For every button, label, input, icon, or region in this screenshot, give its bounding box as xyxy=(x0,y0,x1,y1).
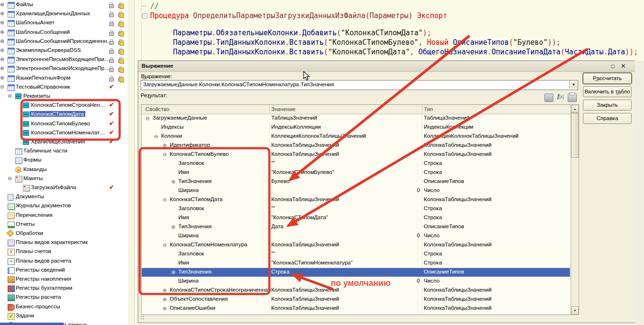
code-line[interactable]: // xyxy=(128,1,644,11)
expand-icon[interactable]: ⊕ xyxy=(0,39,5,44)
tree-item[interactable]: Регистры бухгалтерии xyxy=(0,284,128,293)
result-table-row[interactable]: ИндексыИндексыКоллекцииИндексыКоллекции xyxy=(142,123,570,132)
expand-icon[interactable]: ⊕ xyxy=(0,66,5,71)
tree-item[interactable]: Регистры расчета xyxy=(0,293,128,302)
calculate-button[interactable]: Р̲ассчитать xyxy=(583,73,632,84)
resize-grip[interactable] xyxy=(140,315,145,320)
tree-item[interactable]: ⊕ШаблоныСообщений xyxy=(0,28,128,37)
tree-item[interactable]: ✓Задачи xyxy=(0,312,128,321)
tree-item[interactable]: Документы xyxy=(0,193,128,202)
function-fx-icon[interactable]: f[x] xyxy=(557,92,565,100)
result-table[interactable]: СвойствоЗначениеТип ⊖ЗагружаемыеДанныеТа… xyxy=(141,104,572,315)
help-button[interactable]: Справка xyxy=(583,113,632,124)
result-table-row[interactable]: ⊖КолонкаСТипомДатаКолонкаТаблицыЗначений… xyxy=(142,195,570,204)
close-icon[interactable]: ✕ xyxy=(619,62,627,70)
collapse-icon[interactable]: ⊖ xyxy=(163,242,167,248)
tree-item[interactable]: Регистры накопления xyxy=(0,275,128,284)
tree-item[interactable]: ⊕Файлы xyxy=(0,0,128,10)
expression-combobox[interactable]: ЗагружаемыеДанные.Колонки.КолонкаСТипомН… xyxy=(141,80,578,90)
expand-icon[interactable]: ⊕ xyxy=(0,75,5,81)
collapse-icon[interactable]: ⊖ xyxy=(8,93,13,99)
tree-item[interactable]: Табличные части xyxy=(0,147,128,156)
result-table-row[interactable]: ⊖ЗагружаемыеДанныеТаблицаЗначенийТаблица… xyxy=(142,114,570,123)
expand-icon[interactable]: ⊕ xyxy=(163,142,167,149)
tree-item[interactable]: Регистры сведений xyxy=(0,266,128,275)
tree-item[interactable]: ⊕ШаблоныСообщенийПрисоединенн… xyxy=(0,37,128,46)
expand-icon[interactable]: ⊕ xyxy=(0,57,5,62)
tree-item[interactable]: Планы видов характеристик xyxy=(0,238,128,247)
vertical-scrollbar[interactable]: ▲ ▼ xyxy=(571,104,579,315)
tree-item[interactable]: ⊕ЭкземплярыСервераDSS xyxy=(0,46,128,55)
result-table-row[interactable]: ⊕ТипЗначенияБулевоОписаниеТипов xyxy=(142,177,570,186)
tree-item[interactable]: КолонкаСТипомНоменклат…✔ xyxy=(0,129,128,138)
result-table-row[interactable]: Ширина0Число xyxy=(142,186,570,195)
result-table-row[interactable]: ⊕ОписаниеОшибкиКолонкаТаблицыЗначенийКол… xyxy=(142,304,570,313)
expand-icon[interactable]: ⊕ xyxy=(171,224,175,230)
tree-item[interactable]: Обработки xyxy=(0,229,128,238)
column-header-value[interactable]: Значение xyxy=(271,106,296,112)
result-table-row[interactable]: ⊖КолонкаСТипомБулевоКолонкаТаблицыЗначен… xyxy=(142,150,570,159)
chevron-down-icon[interactable]: ▼ xyxy=(569,81,578,89)
expand-icon[interactable]: ⊕ xyxy=(171,179,175,185)
expand-icon[interactable]: ⊕ xyxy=(0,11,5,16)
result-table-row[interactable]: ⊕ТипЗначенияСтрокаОписаниеТипов xyxy=(142,268,570,277)
tree-item[interactable]: КолонкаСТипомДата✔ xyxy=(0,110,128,119)
tree-item[interactable]: ⊕ЭлектронноеПисьмоИсходящееПр… xyxy=(0,64,128,73)
collapse-icon[interactable]: ⊖ xyxy=(8,176,13,181)
result-table-row[interactable]: ⊖КолонкаСТипомНоменклатураКолонкаТаблицы… xyxy=(142,241,570,250)
result-table-row[interactable]: Имя"КолонкаСТипомНоменклатура"Строка xyxy=(142,259,570,268)
code-line[interactable]: Параметры.ТипДанныхКолонки.Вставить("Кол… xyxy=(128,38,644,47)
tree-item[interactable]: ⊕ЭлектронноеПисьмоВходящееПри… xyxy=(0,55,128,64)
tree-item[interactable]: TПланы счетов xyxy=(0,247,128,256)
maximize-icon[interactable]: □ xyxy=(609,62,617,70)
collapse-icon[interactable]: ⊖ xyxy=(0,84,5,90)
tree-item[interactable]: ⊖ТестовыйСправочник✔ xyxy=(0,83,128,92)
code-line[interactable]: Параметры.ОбязательныеКолонки.Добавить("… xyxy=(128,28,644,38)
column-header-property[interactable]: Свойство xyxy=(145,106,170,112)
scroll-up-icon[interactable]: ▲ xyxy=(571,105,579,113)
close-button[interactable]: Закрыть xyxy=(583,100,632,111)
code-line[interactable]: Процедура ОпределитьПараметрыЗагрузкиДан… xyxy=(128,11,644,20)
expand-icon[interactable]: ⊕ xyxy=(0,30,5,35)
result-table-row[interactable]: Ширина0Число xyxy=(142,277,570,286)
collapse-icon[interactable]: ⊖ xyxy=(154,133,158,140)
expression-input[interactable]: ЗагружаемыеДанные.Колонки.КолонкаСТипомН… xyxy=(143,81,334,87)
expand-icon[interactable]: ⊕ xyxy=(0,20,5,25)
code-line[interactable]: Параметры.ТипДанныхКолонки.Вставить("Кол… xyxy=(128,47,644,57)
tree-item[interactable]: Команды xyxy=(0,165,128,174)
tree-item[interactable]: КолонкаСТипомСтрокаНео…✔ xyxy=(0,101,128,110)
tree-item[interactable]: Формы xyxy=(0,156,128,165)
include-in-board-button[interactable]: Включить в т̲абло xyxy=(583,86,632,97)
result-table-row[interactable]: ⊕ОбъектСопоставленияКолонкаТаблицыЗначен… xyxy=(142,295,570,304)
tree-item[interactable]: Журналы документов xyxy=(0,202,128,211)
tree-item[interactable]: ХранилищеЗначения✔ xyxy=(0,138,128,147)
result-table-row[interactable]: Имя"КолонкаСТипомДата"Строка xyxy=(142,213,570,223)
tree-item[interactable]: ⊕ЯзыкиПечатныхФорм xyxy=(0,74,128,83)
scroll-down-icon[interactable]: ▼ xyxy=(571,306,579,315)
result-table-row[interactable]: Ширина0Число xyxy=(142,232,570,241)
result-table-row[interactable]: Имя"КолонкаСТипомБулево"Строка xyxy=(142,168,570,177)
result-table-row[interactable]: Заголовок""Строка xyxy=(142,204,570,213)
tree-item[interactable]: Перечисления xyxy=(0,211,128,220)
expand-icon[interactable]: ⊕ xyxy=(0,2,5,7)
tree-item[interactable]: Бизнес-процессы xyxy=(0,303,128,312)
expand-icon[interactable]: ⊕ xyxy=(171,269,175,275)
tree-item[interactable]: ⊕ШаблоныАнкет xyxy=(0,19,128,28)
collapse-icon[interactable]: ⊖ xyxy=(145,115,150,122)
result-table-row[interactable]: Заголовок""Строка xyxy=(142,250,570,259)
tree-item[interactable]: ЗагрузкаИзФайла✔ xyxy=(0,183,128,193)
collapse-icon[interactable]: ⊖ xyxy=(163,152,167,158)
tree-item[interactable]: Отчеты xyxy=(0,220,128,229)
collapse-icon[interactable]: ⊖ xyxy=(163,197,167,203)
result-table-row[interactable]: ⊕ИдентификаторКолонкаТаблицыЗначенийКоло… xyxy=(142,141,570,150)
column-header-type[interactable]: Тип xyxy=(424,106,433,112)
fold-icon[interactable]: − xyxy=(142,13,147,19)
expand-icon[interactable]: ⊕ xyxy=(163,287,167,294)
expand-icon[interactable]: ⊕ xyxy=(163,296,167,303)
dialog-titlebar[interactable]: Выражение □ ✕ xyxy=(138,61,635,72)
scrollbar-thumb[interactable] xyxy=(571,113,579,158)
expand-icon[interactable]: ⊕ xyxy=(0,48,5,53)
result-table-row[interactable]: ⊕ТипЗначенияДатаОписаниеТипов xyxy=(142,223,570,232)
result-table-row[interactable]: ⊖КолонкиКоллекцияКолонокТаблицыЗначенийК… xyxy=(142,132,570,141)
result-table-row[interactable]: Заголовок""Строка xyxy=(142,159,570,168)
